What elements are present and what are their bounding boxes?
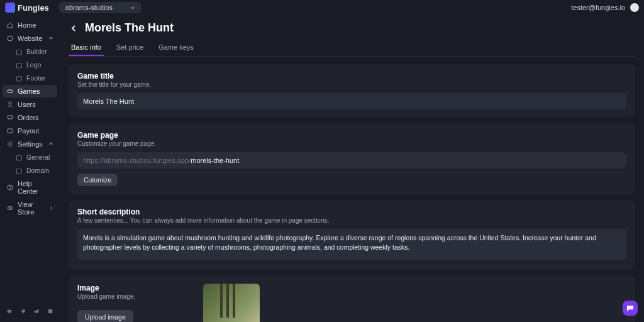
- url-prefix: https://abrams-studios.fungies.app/: [83, 157, 191, 164]
- footer-icon: ▢: [15, 74, 23, 82]
- tab-set-price[interactable]: Set price: [114, 40, 146, 56]
- sidebar-label: Orders: [18, 114, 39, 121]
- sidebar-item-footer[interactable]: ▢Footer: [3, 72, 57, 84]
- discord-icon[interactable]: [6, 308, 13, 314]
- telegram-icon[interactable]: [33, 308, 40, 314]
- social-row: [3, 304, 57, 318]
- svg-text:?: ?: [9, 186, 11, 189]
- chevron-up-icon: [48, 36, 53, 41]
- sidebar-item-users[interactable]: Users: [3, 98, 57, 111]
- gamepad-icon: [6, 87, 14, 95]
- sidebar-label: Users: [18, 101, 36, 108]
- sidebar-label: Payout: [18, 127, 39, 135]
- home-icon: [6, 21, 14, 29]
- svg-point-5: [8, 142, 13, 147]
- sidebar-item-settings[interactable]: Settings: [3, 138, 57, 150]
- card-heading: Game page: [77, 131, 626, 140]
- sidebar-label: Logo: [26, 61, 41, 69]
- sidebar: Home Website ▢Builder ▢Logo ▢Footer Game…: [0, 15, 60, 322]
- tab-game-keys[interactable]: Game keys: [156, 40, 196, 56]
- chat-widget[interactable]: [623, 301, 638, 316]
- brand-name: Fungies: [18, 3, 49, 13]
- org-name: abrams-studios: [65, 4, 113, 11]
- chevron-up-icon: [48, 142, 53, 147]
- image-card: Image Upload game image. Upload image ma…: [69, 276, 635, 322]
- sidebar-label: General: [26, 153, 50, 161]
- sidebar-item-help[interactable]: ?Help Center: [3, 177, 57, 197]
- gear-icon: [6, 140, 14, 148]
- back-button[interactable]: [69, 23, 80, 34]
- url-slug: morels-the-hunt: [191, 157, 239, 164]
- sidebar-label: Help Center: [18, 180, 53, 195]
- chevron-down-icon: [130, 5, 135, 10]
- sidebar-label: Home: [18, 21, 36, 29]
- game-title-card: Game title Set the title for your game.: [69, 64, 635, 117]
- card-heading: Image: [77, 284, 191, 292]
- sidebar-label: Domain: [26, 167, 49, 174]
- card-heading: Short description: [77, 208, 626, 216]
- builder-icon: ▢: [15, 48, 23, 55]
- svg-rect-10: [8, 310, 12, 313]
- svg-point-9: [9, 208, 11, 209]
- sidebar-item-logo[interactable]: ▢Logo: [3, 58, 57, 71]
- svg-point-0: [8, 36, 13, 41]
- sidebar-item-orders[interactable]: Orders: [3, 111, 57, 124]
- users-icon: [6, 101, 14, 108]
- image-icon: ▢: [15, 61, 23, 69]
- card-heading: Game title: [77, 72, 626, 80]
- sidebar-label: Website: [18, 35, 43, 42]
- card-subtext: Customize your game page.: [77, 140, 626, 147]
- twitter-icon[interactable]: [20, 308, 26, 314]
- description-textarea[interactable]: [77, 229, 626, 260]
- user-email: tester@fungies.io: [571, 4, 625, 11]
- chevron-left-icon: [70, 25, 78, 32]
- wallet-icon: [6, 127, 14, 135]
- chevron-right-icon: [49, 206, 53, 211]
- game-url-input[interactable]: https://abrams-studios.fungies.app/morel…: [77, 152, 626, 169]
- cart-icon: [6, 114, 14, 121]
- sidebar-item-payout[interactable]: Payout: [3, 125, 57, 137]
- card-subtext: A few sentences... You can always add mo…: [77, 217, 626, 224]
- sidebar-item-view-store[interactable]: View Store: [3, 198, 57, 218]
- sidebar-label: Settings: [18, 140, 43, 148]
- svg-point-4: [9, 143, 11, 145]
- sidebar-item-domain[interactable]: ▢Domain: [3, 164, 57, 177]
- org-selector[interactable]: abrams-studios: [59, 2, 142, 13]
- svg-rect-1: [8, 90, 13, 92]
- sidebar-item-games[interactable]: Games: [3, 85, 57, 97]
- tabs: Basic info Set price Game keys: [69, 40, 635, 57]
- main-content: Morels The Hunt Basic info Set price Gam…: [60, 15, 644, 322]
- globe-icon: [6, 35, 14, 42]
- svg-rect-3: [8, 129, 13, 133]
- card-subtext: Set the title for your game.: [77, 81, 626, 88]
- user-avatar[interactable]: [630, 3, 639, 12]
- svg-rect-11: [48, 309, 53, 314]
- linkedin-icon[interactable]: [47, 308, 53, 314]
- sidebar-label: View Store: [18, 201, 45, 216]
- sidebar-item-builder[interactable]: ▢Builder: [3, 45, 57, 58]
- game-page-card: Game page Customize your game page. http…: [69, 123, 635, 194]
- sidebar-item-home[interactable]: Home: [3, 19, 57, 31]
- card-subtext: Upload game image.: [77, 293, 191, 300]
- help-icon: ?: [6, 184, 14, 191]
- sidebar-label: Footer: [26, 74, 45, 82]
- tab-basic-info[interactable]: Basic info: [69, 40, 104, 56]
- sidebar-item-website[interactable]: Website: [3, 32, 57, 45]
- sidebar-item-general[interactable]: ▢General: [3, 151, 57, 164]
- sidebar-label: Builder: [26, 48, 47, 55]
- doc-icon: ▢: [15, 153, 23, 161]
- short-description-card: Short description A few sentences... You…: [69, 200, 635, 270]
- eye-icon: [6, 204, 14, 212]
- chat-icon: [626, 304, 635, 313]
- svg-point-2: [9, 102, 11, 104]
- game-image-preview: [203, 284, 260, 322]
- link-icon: ▢: [15, 167, 23, 174]
- page-title: Morels The Hunt: [85, 21, 174, 35]
- logo-icon: [5, 3, 15, 13]
- sidebar-label: Games: [18, 87, 40, 95]
- game-title-input[interactable]: [77, 93, 626, 109]
- upload-image-button[interactable]: Upload image: [77, 310, 133, 322]
- brand-logo: Fungies: [5, 3, 49, 13]
- customize-button[interactable]: Cutomize: [77, 174, 118, 186]
